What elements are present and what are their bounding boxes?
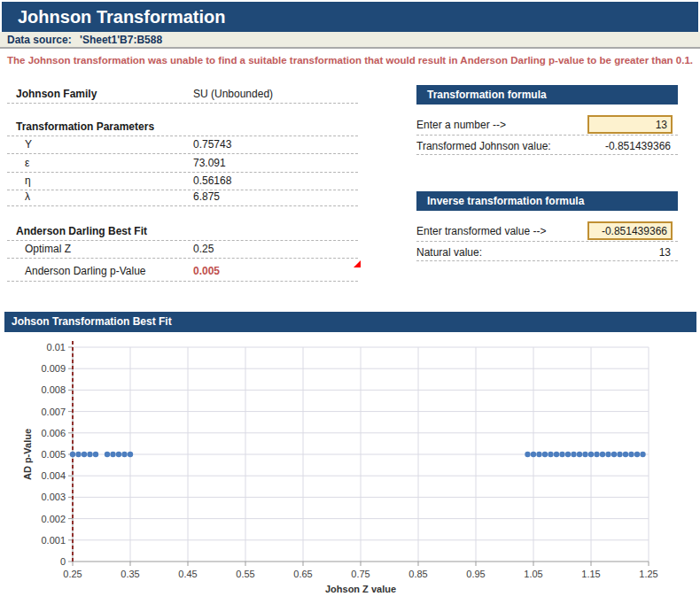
svg-text:0.009: 0.009 xyxy=(41,363,66,374)
table-row: η 0.56168 xyxy=(7,173,358,190)
parameters-section-title: Transformation Parameters xyxy=(16,119,154,136)
param-lambda-value: 6.875 xyxy=(193,189,220,205)
param-epsilon-value: 73.091 xyxy=(193,155,226,172)
optimal-z-value: 0.25 xyxy=(193,241,214,258)
table-row: Johnson Family SU (Unbounded) xyxy=(7,86,358,104)
best-fit-chart: 00.0010.0020.0030.0040.0050.0060.0070.00… xyxy=(4,335,696,608)
enter-number-label: Enter a number --> xyxy=(416,115,506,135)
svg-text:0.003: 0.003 xyxy=(41,492,66,502)
svg-text:0.007: 0.007 xyxy=(41,407,66,417)
chart-section-header: Johson Transformation Best Fit xyxy=(4,312,696,332)
table-row: Anderson Darling Best Fit xyxy=(7,223,358,241)
transform-output-row: Transformed Johnson value: -0.851439366 xyxy=(416,136,678,155)
svg-text:0.002: 0.002 xyxy=(41,514,66,524)
johnson-family-value: SU (Unbounded) xyxy=(193,86,273,103)
svg-text:1.05: 1.05 xyxy=(524,569,542,579)
johnson-family-label: Johnson Family xyxy=(16,86,97,103)
page-title: Johnson Transformation xyxy=(2,2,698,32)
johnson-transformation-report: Johnson Transformation Data source: 'She… xyxy=(0,0,700,612)
param-eta-label: η xyxy=(25,173,31,190)
enter-transformed-label: Enter transformed value --> xyxy=(416,221,546,241)
anderson-section-title: Anderson Darling Best Fit xyxy=(16,223,147,240)
table-row: Transformation Parameters xyxy=(7,119,358,136)
svg-text:0.95: 0.95 xyxy=(466,569,485,579)
param-eta-value: 0.56168 xyxy=(193,173,231,190)
svg-text:0.75: 0.75 xyxy=(351,569,369,579)
transformed-input-cell[interactable]: -0.851439366 xyxy=(587,221,673,240)
svg-text:0.004: 0.004 xyxy=(41,470,66,481)
natural-value-label: Natural value: xyxy=(416,243,482,262)
svg-text:0: 0 xyxy=(60,556,66,567)
svg-text:1.15: 1.15 xyxy=(581,569,600,579)
svg-text:0.25: 0.25 xyxy=(63,569,82,579)
transformed-value: -0.851439366 xyxy=(605,136,671,156)
transformed-value-label: Transformed Johnson value: xyxy=(416,136,551,156)
transformation-formula-header: Transformation formula xyxy=(416,85,678,105)
svg-text:0.008: 0.008 xyxy=(41,384,66,395)
pvalue-label: Anderson Darling p-Value xyxy=(25,263,146,280)
inverse-output-row: Natural value: 13 xyxy=(416,243,678,261)
inverse-input-row: Enter transformed value --> -0.851439366 xyxy=(416,221,678,242)
comment-indicator-icon xyxy=(354,260,361,267)
svg-text:0.35: 0.35 xyxy=(121,569,139,579)
data-source-value: 'Sheet1'B7:B588 xyxy=(80,34,162,46)
param-gamma-label: Υ xyxy=(25,136,32,153)
param-lambda-label: λ xyxy=(25,189,30,205)
svg-text:0.65: 0.65 xyxy=(293,569,312,579)
data-source-bar: Data source: 'Sheet1'B7:B588 xyxy=(0,32,700,49)
table-row: Anderson Darling p-Value 0.005 xyxy=(7,263,358,282)
table-row: Υ 0.75743 xyxy=(7,136,358,154)
pvalue-value: 0.005 xyxy=(193,263,220,280)
svg-text:0.01: 0.01 xyxy=(47,342,66,352)
table-row: ε 73.091 xyxy=(7,155,358,173)
svg-text:0.006: 0.006 xyxy=(41,428,66,438)
svg-text:0.001: 0.001 xyxy=(41,535,66,546)
table-row: Optimal Z 0.25 xyxy=(7,241,358,259)
number-input-cell[interactable]: 13 xyxy=(587,115,673,134)
transform-input-row: Enter a number --> 13 xyxy=(416,115,678,136)
param-epsilon-label: ε xyxy=(25,155,29,172)
data-source-label: Data source: xyxy=(7,34,72,46)
warning-message: The Johnson transformation was unable to… xyxy=(7,55,696,66)
svg-text:Johson Z value: Johson Z value xyxy=(325,584,396,594)
svg-text:0.005: 0.005 xyxy=(41,449,66,460)
inverse-formula-header: Inverse transformation formula xyxy=(416,191,678,211)
svg-text:0.55: 0.55 xyxy=(236,569,254,579)
table-row: λ 6.875 xyxy=(7,189,358,206)
natural-value: 13 xyxy=(659,243,671,262)
param-gamma-value: 0.75743 xyxy=(193,136,231,153)
scatter-plot: 00.0010.0020.0030.0040.0050.0060.0070.00… xyxy=(4,335,696,608)
svg-text:0.85: 0.85 xyxy=(408,569,427,579)
optimal-z-label: Optimal Z xyxy=(25,241,71,258)
svg-text:1.25: 1.25 xyxy=(639,569,657,579)
svg-text:0.45: 0.45 xyxy=(178,569,197,579)
svg-text:AD p-Value: AD p-Value xyxy=(22,429,33,480)
